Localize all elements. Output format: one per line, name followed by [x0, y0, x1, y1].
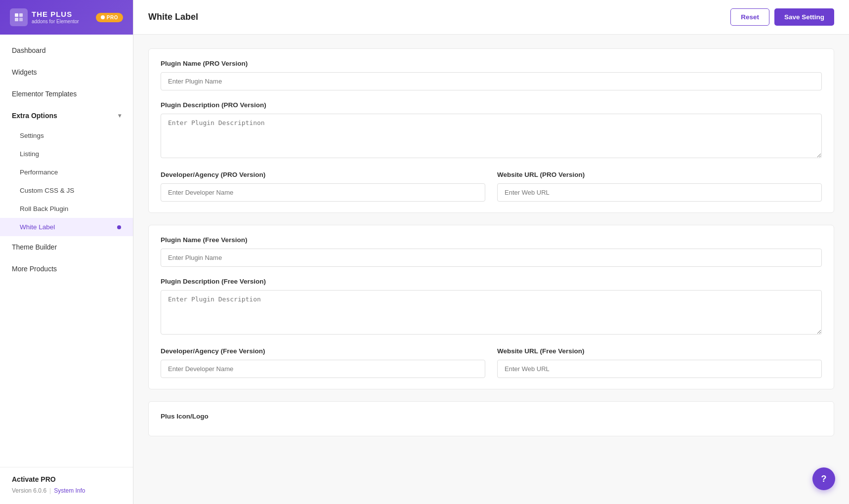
sidebar-item-elementor-templates[interactable]: Elementor Templates	[0, 83, 133, 105]
sidebar-item-label: Theme Builder	[12, 243, 57, 251]
plugin-name-pro-group: Plugin Name (PRO Version)	[161, 60, 822, 90]
website-url-free-group: Website URL (Free Version)	[497, 347, 822, 378]
activate-pro-label[interactable]: Activate PRO	[12, 475, 121, 483]
pro-developer-row: Developer/Agency (PRO Version) Website U…	[161, 171, 822, 202]
version-info: Version 6.0.6 | System Info	[12, 487, 121, 494]
plugin-desc-free-textarea[interactable]	[161, 290, 822, 335]
sidebar-item-custom-css-js[interactable]: Custom CSS & JS	[0, 181, 133, 200]
plugin-name-pro-input[interactable]	[161, 72, 822, 90]
plugin-name-free-label: Plugin Name (Free Version)	[161, 236, 822, 244]
website-url-pro-group: Website URL (PRO Version)	[497, 171, 822, 202]
save-setting-button[interactable]: Save Setting	[774, 8, 834, 26]
sidebar-item-more-products[interactable]: More Products	[0, 258, 133, 280]
website-url-pro-label: Website URL (PRO Version)	[497, 171, 822, 178]
sidebar-logo: THE PLUS addons for Elementor	[10, 8, 79, 26]
sidebar-item-widgets[interactable]: Widgets	[0, 61, 133, 83]
sidebar-item-extra-options[interactable]: Extra Options ▾	[0, 105, 133, 126]
pro-badge-label: PRO	[107, 15, 118, 20]
sidebar-item-label: Extra Options	[12, 112, 57, 120]
website-url-pro-input[interactable]	[497, 183, 822, 202]
plugin-desc-pro-textarea[interactable]	[161, 114, 822, 158]
plugin-name-free-input[interactable]	[161, 249, 822, 267]
sidebar-item-performance[interactable]: Performance	[0, 163, 133, 181]
sidebar-item-label: Listing	[20, 150, 39, 158]
logo-text: THE PLUS addons for Elementor	[32, 10, 79, 24]
logo-icon	[10, 8, 28, 26]
help-button[interactable]: ?	[812, 467, 835, 490]
developer-agency-pro-group: Developer/Agency (PRO Version)	[161, 171, 485, 202]
help-button-label: ?	[821, 474, 827, 484]
header-actions: Reset Save Setting	[730, 8, 834, 26]
website-url-free-label: Website URL (Free Version)	[497, 347, 822, 355]
sidebar-item-label: Custom CSS & JS	[20, 187, 74, 194]
active-dot	[117, 225, 121, 229]
pro-badge: PRO	[96, 13, 123, 22]
plugin-name-free-group: Plugin Name (Free Version)	[161, 236, 822, 267]
sidebar-item-theme-builder[interactable]: Theme Builder	[0, 236, 133, 258]
sidebar-item-label: Widgets	[12, 68, 37, 76]
sidebar-item-label: White Label	[20, 223, 55, 231]
version-separator: |	[49, 487, 51, 494]
chevron-down-icon: ▾	[118, 112, 121, 119]
svg-rect-3	[19, 18, 23, 21]
sidebar-item-roll-back-plugin[interactable]: Roll Back Plugin	[0, 200, 133, 218]
developer-agency-free-input[interactable]	[161, 360, 485, 378]
brand-name: THE PLUS	[32, 10, 79, 19]
svg-rect-1	[19, 13, 23, 17]
plugin-desc-pro-label: Plugin Description (PRO Version)	[161, 101, 822, 109]
brand-sub: addons for Elementor	[32, 19, 79, 24]
sidebar-item-label: Roll Back Plugin	[20, 205, 68, 212]
developer-agency-free-label: Developer/Agency (Free Version)	[161, 347, 485, 355]
reset-button[interactable]: Reset	[730, 8, 769, 26]
developer-agency-pro-input[interactable]	[161, 183, 485, 202]
sidebar-item-label: Dashboard	[12, 46, 46, 54]
form-area: Plugin Name (PRO Version) Plugin Descrip…	[133, 35, 849, 450]
developer-agency-free-group: Developer/Agency (Free Version)	[161, 347, 485, 378]
developer-agency-pro-label: Developer/Agency (PRO Version)	[161, 171, 485, 178]
plus-icon-logo-section: Plus Icon/Logo	[148, 401, 834, 436]
pro-version-section: Plugin Name (PRO Version) Plugin Descrip…	[148, 48, 834, 213]
sidebar-header: THE PLUS addons for Elementor PRO	[0, 0, 133, 35]
sidebar-footer: Activate PRO Version 6.0.6 | System Info	[0, 467, 133, 504]
plugin-desc-free-group: Plugin Description (Free Version)	[161, 278, 822, 336]
sidebar-item-dashboard[interactable]: Dashboard	[0, 40, 133, 61]
sidebar-item-label: Settings	[20, 132, 44, 139]
free-developer-row: Developer/Agency (Free Version) Website …	[161, 347, 822, 378]
sidebar: THE PLUS addons for Elementor PRO Dashbo…	[0, 0, 133, 504]
svg-rect-0	[15, 13, 18, 17]
sidebar-item-label: Elementor Templates	[12, 90, 77, 98]
website-url-free-input[interactable]	[497, 360, 822, 378]
plugin-name-pro-label: Plugin Name (PRO Version)	[161, 60, 822, 67]
svg-rect-2	[15, 18, 18, 21]
main-header: White Label Reset Save Setting	[133, 0, 849, 35]
system-info-link[interactable]: System Info	[54, 487, 85, 494]
page-title: White Label	[148, 12, 198, 22]
plus-icon-logo-label: Plus Icon/Logo	[161, 413, 822, 420]
sidebar-item-listing[interactable]: Listing	[0, 145, 133, 163]
pro-badge-dot	[101, 15, 105, 19]
main-content: White Label Reset Save Setting Plugin Na…	[133, 0, 849, 504]
sidebar-nav: Dashboard Widgets Elementor Templates Ex…	[0, 35, 133, 467]
version-text: Version 6.0.6	[12, 487, 46, 494]
plugin-desc-pro-group: Plugin Description (PRO Version)	[161, 101, 822, 160]
sidebar-item-label: More Products	[12, 265, 57, 273]
sidebar-item-white-label[interactable]: White Label	[0, 218, 133, 236]
free-version-section: Plugin Name (Free Version) Plugin Descri…	[148, 225, 834, 389]
plugin-desc-free-label: Plugin Description (Free Version)	[161, 278, 822, 285]
sidebar-item-label: Performance	[20, 168, 58, 176]
sidebar-item-settings[interactable]: Settings	[0, 126, 133, 145]
